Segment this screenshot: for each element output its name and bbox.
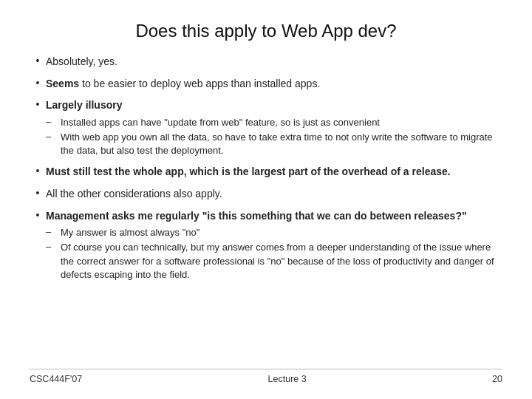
bullet-text-6: Management asks me regularly "is this so… <box>46 209 502 224</box>
footer-right: 20 <box>492 374 502 384</box>
bullet-text-5: All the other considerations also apply. <box>46 187 502 202</box>
sub-dash-3-1: – <box>46 116 61 127</box>
sub-text-6-2: Of course you can technically, but my an… <box>61 241 502 282</box>
bullet-group-6: • Management asks me regularly "is this … <box>30 209 502 284</box>
slide-footer: CSC444F'07 Lecture 3 20 <box>30 369 502 384</box>
bullet-group-3: • Largely illusory – Installed apps can … <box>30 98 502 160</box>
bullet-dot-5: • <box>30 187 46 199</box>
sub-text-3-1: Installed apps can have "update from web… <box>61 116 380 129</box>
sub-dash-6-2: – <box>46 241 61 252</box>
bullet-item-3: • Largely illusory <box>30 98 502 113</box>
bold-musttest: Must still test the whole app, which is … <box>46 166 451 177</box>
bullet-item-5: • All the other considerations also appl… <box>30 187 502 202</box>
bullet-text-2: Seems to be easier to deploy web apps th… <box>46 77 502 92</box>
sub-bullets-3: – Installed apps can have "update from w… <box>46 116 502 158</box>
bullet-group-2: • Seems to be easier to deploy web apps … <box>30 77 502 95</box>
bullet-text-3: Largely illusory <box>46 98 502 113</box>
bold-largely: Largely illusory <box>46 99 122 111</box>
sub-dash-3-2: – <box>46 131 61 142</box>
bullet-item-1: • Absolutely, yes. <box>30 55 502 69</box>
sub-dash-6-1: – <box>46 226 61 237</box>
bullet-text-1: Absolutely, yes. <box>46 55 502 69</box>
bullet-group-4: • Must still test the whole app, which i… <box>30 165 502 183</box>
sub-bullet-6-2: – Of course you can technically, but my … <box>46 241 502 282</box>
bold-seems: Seems <box>46 78 79 89</box>
bullet-text-4: Must still test the whole app, which is … <box>46 165 502 180</box>
slide-content: • Absolutely, yes. • Seems to be easier … <box>30 55 502 363</box>
slide-title: Does this apply to Web App dev? <box>30 21 502 41</box>
sub-bullet-3-2: – With web app you own all the data, so … <box>46 131 502 157</box>
sub-text-6-1: My answer is almost always "no" <box>61 226 200 239</box>
bullet-item-2: • Seems to be easier to deploy web apps … <box>30 77 502 92</box>
bullet-group-1: • Absolutely, yes. <box>30 55 502 72</box>
bullet-item-6: • Management asks me regularly "is this … <box>30 209 502 224</box>
bullet-dot-3: • <box>30 98 46 110</box>
footer-center: Lecture 3 <box>268 374 307 384</box>
bullet-dot-1: • <box>30 55 46 66</box>
slide: Does this apply to Web App dev? • Absolu… <box>0 0 532 399</box>
bullet-dot-4: • <box>30 165 46 177</box>
sub-bullet-3-1: – Installed apps can have "update from w… <box>46 116 502 129</box>
bullet-dot-6: • <box>30 209 46 221</box>
footer-left: CSC444F'07 <box>30 374 82 384</box>
bullet-dot-2: • <box>30 77 46 89</box>
bold-management: Management asks me regularly "is this so… <box>46 210 467 222</box>
sub-bullet-6-1: – My answer is almost always "no" <box>46 226 502 239</box>
bullet-group-5: • All the other considerations also appl… <box>30 187 502 205</box>
sub-text-3-2: With web app you own all the data, so ha… <box>61 131 502 157</box>
sub-bullets-6: – My answer is almost always "no" – Of c… <box>46 226 502 282</box>
bullet-item-4: • Must still test the whole app, which i… <box>30 165 502 180</box>
